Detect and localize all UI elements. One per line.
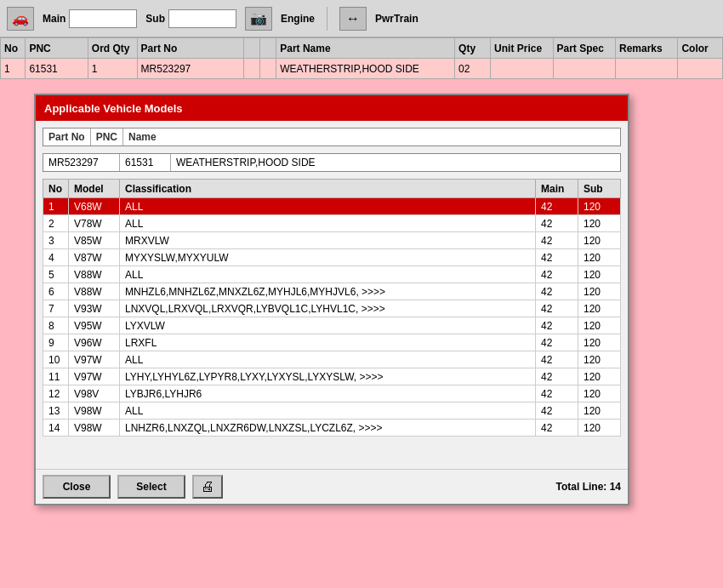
vcell-classification: MNHZL6,MNHZL6Z,MNXZL6Z,MYHJL6,MYHJVL6, >… [120, 283, 536, 300]
vcell-sub: 120 [578, 420, 621, 437]
list-item[interactable]: 13 V98W ALL 42 120 [43, 402, 621, 420]
vcell-sub: 120 [578, 385, 621, 402]
vcell-model: V97W [69, 368, 120, 385]
col-pnc: PNC [26, 38, 88, 59]
table-row[interactable]: 1 61531 1 MR523297 WEATHERSTRIP,HOOD SID… [1, 59, 723, 79]
arrows-icon-group: ↔ [339, 7, 367, 31]
vcell-no: 12 [43, 385, 69, 402]
select-button[interactable]: Select [117, 475, 185, 499]
main-label: Main [43, 13, 65, 25]
cell-remarks [615, 59, 677, 79]
vcol-sub: Sub [578, 180, 621, 198]
main-table-area: No PNC Ord Qty Part No Part Name Qty Uni… [0, 37, 723, 79]
vcell-sub: 120 [578, 300, 621, 317]
cell-color [678, 59, 723, 79]
list-item[interactable]: 2 V78W ALL 42 120 [43, 215, 621, 232]
list-item[interactable]: 14 V98W LNHZR6,LNXZQL,LNXZR6DW,LNXZSL,LY… [43, 420, 621, 437]
list-item[interactable]: 11 V97W LYHY,LYHYL6Z,LYPYR8,LYXY,LYXYSL,… [43, 368, 621, 385]
vcol-classification: Classification [120, 180, 536, 198]
col-part-name: Part Name [276, 38, 455, 59]
vcell-main: 42 [536, 266, 578, 283]
pwrtrain-label: PwrTrain [375, 13, 418, 25]
arrows-icon[interactable]: ↔ [339, 7, 367, 31]
col-part-spec: Part Spec [553, 38, 615, 59]
vcell-main: 42 [536, 232, 578, 249]
part-info-name-label: Name [123, 128, 620, 146]
vcell-model: V97W [69, 351, 120, 368]
vcell-main: 42 [536, 385, 578, 402]
vcol-main: Main [536, 180, 578, 198]
vcell-model: V88W [69, 266, 120, 283]
col-no: No [1, 38, 26, 59]
list-item[interactable]: 9 V96W LRXFL 42 120 [43, 334, 621, 351]
camera-icon-group: 📷 [245, 7, 272, 31]
list-item[interactable]: 4 V87W MYXYSLW,MYXYULW 42 120 [43, 249, 621, 266]
vcell-model: V93W [69, 300, 120, 317]
col-qty: Qty [455, 38, 491, 59]
vcell-sub: 120 [578, 283, 621, 300]
vcell-main: 42 [536, 317, 578, 334]
vcell-classification: ALL [120, 266, 536, 283]
cell-part-name: WEATHERSTRIP,HOOD SIDE [276, 59, 455, 79]
cell-part-spec [553, 59, 615, 79]
vcell-classification: ALL [120, 351, 536, 368]
vcell-sub: 120 [578, 266, 621, 283]
camera-icon[interactable]: 📷 [245, 7, 272, 31]
vcell-classification: LYXVLW [120, 317, 536, 334]
part-info-name-value: WEATHERSTRIP,HOOD SIDE [171, 154, 620, 171]
cell-no: 1 [1, 59, 26, 79]
list-item[interactable]: 10 V97W ALL 42 120 [43, 351, 621, 368]
applicable-vehicle-dialog: Applicable Vehicle Models Part No PNC Na… [34, 94, 629, 505]
separator-1 [327, 7, 327, 31]
vcell-main: 42 [536, 402, 578, 420]
vcell-main: 42 [536, 300, 578, 317]
toolbar: 🚗 Main Sub 📷 Engine ↔ PwrTrain [0, 0, 723, 37]
vcell-main: 42 [536, 249, 578, 266]
engine-group: Engine [281, 13, 315, 25]
cell-part-no: MR523297 [137, 59, 244, 79]
vcell-no: 13 [43, 402, 69, 420]
sub-label: Sub [145, 13, 165, 25]
part-info-values-row: MR523297 61531 WEATHERSTRIP,HOOD SIDE [43, 153, 621, 172]
list-item[interactable]: 6 V88W MNHZL6,MNHZL6Z,MNXZL6Z,MYHJL6,MYH… [43, 283, 621, 300]
cell-unit-price [491, 59, 553, 79]
main-input[interactable] [69, 9, 137, 28]
cell-qty: 02 [455, 59, 491, 79]
vcell-main: 42 [536, 334, 578, 351]
engine-label: Engine [281, 13, 315, 25]
list-item[interactable]: 3 V85W MRXVLW 42 120 [43, 232, 621, 249]
main-table-header: No PNC Ord Qty Part No Part Name Qty Uni… [1, 38, 723, 59]
vcell-classification: LNXVQL,LRXVQL,LRXVQR,LYBVQL1C,LYHVL1C, >… [120, 300, 536, 317]
vcell-main: 42 [536, 198, 578, 215]
vcol-no: No [43, 180, 69, 198]
vcell-no: 7 [43, 300, 69, 317]
part-info-part-no-label: Part No [43, 128, 91, 146]
vcell-no: 8 [43, 317, 69, 334]
vcell-sub: 120 [578, 198, 621, 215]
vcell-sub: 120 [578, 215, 621, 232]
list-item[interactable]: 12 V98V LYBJR6,LYHJR6 42 120 [43, 385, 621, 402]
vcell-no: 10 [43, 351, 69, 368]
list-item[interactable]: 7 V93W LNXVQL,LRXVQL,LRXVQR,LYBVQL1C,LYH… [43, 300, 621, 317]
vcell-main: 42 [536, 368, 578, 385]
sub-input[interactable] [168, 9, 236, 28]
list-item[interactable]: 5 V88W ALL 42 120 [43, 266, 621, 283]
print-button[interactable]: 🖨 [192, 475, 223, 499]
vcell-no: 1 [43, 198, 69, 215]
car-icon[interactable]: 🚗 [7, 7, 34, 31]
vcell-main: 42 [536, 215, 578, 232]
vcell-model: V98V [69, 385, 120, 402]
vcell-no: 14 [43, 420, 69, 437]
cell-pnc: 61531 [26, 59, 88, 79]
col-unit-price: Unit Price [491, 38, 553, 59]
vcell-no: 6 [43, 283, 69, 300]
vcell-no: 3 [43, 232, 69, 249]
list-item[interactable]: 1 V68W ALL 42 120 [43, 198, 621, 215]
list-item[interactable]: 8 V95W LYXVLW 42 120 [43, 317, 621, 334]
main-group: Main [43, 9, 137, 28]
vcell-classification: LNHZR6,LNXZQL,LNXZR6DW,LNXZSL,LYCZL6Z, >… [120, 420, 536, 437]
total-line: Total Line: 14 [556, 481, 621, 493]
close-button[interactable]: Close [43, 475, 111, 499]
part-info-pnc-value: 61531 [120, 154, 171, 171]
vcell-sub: 120 [578, 334, 621, 351]
